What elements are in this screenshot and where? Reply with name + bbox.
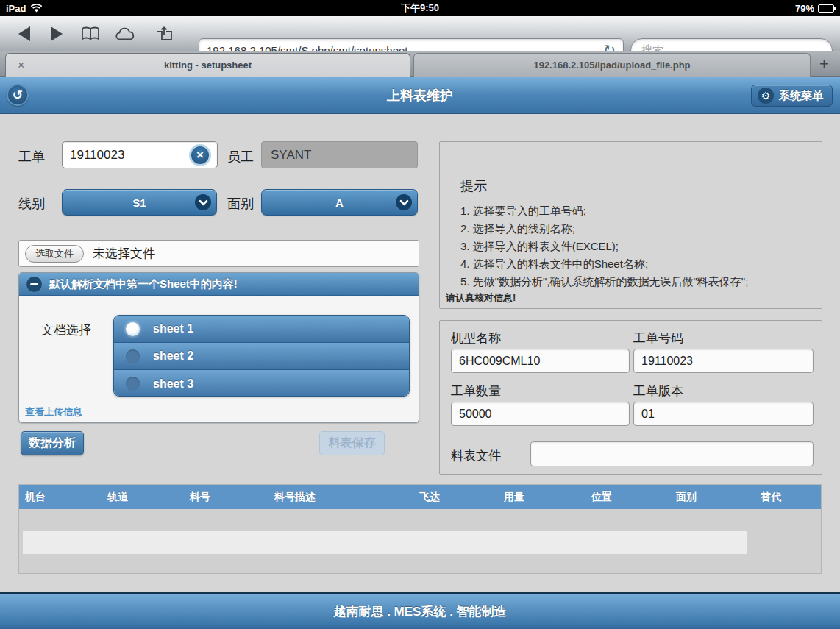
sheet-file-input[interactable] (530, 441, 814, 466)
col-machine: 机台 (25, 485, 46, 509)
hints-panel: 提示 1. 选择要导入的工单号码; 2. 选择导入的线别名称; 3. 选择导入的… (439, 141, 822, 309)
work-order-label: 工单 (18, 148, 45, 166)
file-status-text: 未选择文件 (93, 245, 155, 262)
sheet-option-3[interactable]: sheet 3 (114, 370, 409, 397)
line-label: 线别 (18, 195, 45, 213)
side-select[interactable]: A (261, 189, 418, 216)
gear-icon: ⚙ (758, 88, 774, 104)
order-qty-input[interactable]: 50000 (451, 402, 630, 426)
radio-selected-icon (126, 322, 140, 336)
file-input[interactable]: 选取文件 未选择文件 (18, 240, 419, 267)
hint-item: 4. 选择导入的料表文件中的Sheet名称; (460, 255, 748, 273)
sheet-panel-header[interactable]: 默认解析文档中第一个Sheet中的内容! (19, 273, 419, 296)
doc-select-label: 文档选择 (41, 321, 91, 338)
table-row (23, 531, 747, 554)
choose-file-button[interactable]: 选取文件 (25, 245, 84, 263)
icloud-tabs-icon[interactable] (112, 16, 138, 51)
work-order-value: 19110023 (70, 148, 124, 163)
chevron-down-icon (195, 194, 211, 210)
hints-list: 1. 选择要导入的工单号码; 2. 选择导入的线别名称; 3. 选择导入的料表文… (460, 202, 748, 291)
bookmarks-icon[interactable] (78, 16, 103, 51)
collapse-icon[interactable] (26, 277, 42, 292)
line-select[interactable]: S1 (62, 189, 217, 216)
footer-text: 越南耐思 . MES系统 . 智能制造 (333, 603, 506, 620)
new-tab-button[interactable]: + (811, 51, 837, 77)
tab-title: kitting - setupsheet (164, 60, 252, 71)
hints-note: 请认真核对信息! (446, 291, 516, 305)
sheet-list: sheet 1 sheet 2 sheet 3 (113, 315, 410, 397)
model-name-value: 6HC009CML10 (459, 355, 540, 368)
sheet-file-label: 料表文件 (451, 447, 501, 464)
tab-kitting-setupsheet[interactable]: × kitting - setupsheet (5, 53, 410, 77)
sheet-option-label: sheet 2 (153, 349, 193, 363)
order-version-value: 01 (641, 408, 655, 421)
model-name-input[interactable]: 6HC009CML10 (451, 349, 630, 373)
save-sheet-button[interactable]: 料表保存 (319, 431, 385, 455)
side-select-value: A (335, 196, 344, 209)
tab-title: 192.168.2.105/ipad/upload_file.php (533, 60, 690, 71)
app-header: ↺ 上料表维护 ⚙ 系统菜单 (0, 77, 840, 114)
close-tab-icon[interactable]: × (18, 59, 24, 72)
col-position: 位置 (591, 485, 612, 509)
col-side: 面别 (676, 485, 697, 509)
sheet-option-label: sheet 3 (153, 377, 193, 391)
share-icon[interactable] (152, 16, 177, 51)
system-menu-button[interactable]: ⚙ 系统菜单 (751, 85, 833, 107)
back-nav-icon[interactable] (13, 16, 35, 51)
hints-title: 提示 (460, 177, 487, 195)
order-qty-value: 50000 (459, 408, 492, 421)
material-table: 机台 轨道 料号 料号描述 飞达 用量 位置 面别 替代 (18, 484, 822, 574)
col-part-desc: 料号描述 (274, 485, 316, 509)
chevron-down-icon (396, 194, 412, 210)
tab-bar: × kitting - setupsheet 192.168.2.105/ipa… (0, 51, 840, 77)
radio-unselected-icon (126, 377, 140, 391)
page-title: 上料表维护 (0, 77, 840, 113)
hint-item: 2. 选择导入的线别名称; (460, 220, 748, 238)
hint-item: 3. 选择导入的料表文件(EXCEL); (460, 238, 748, 255)
radio-unselected-icon (126, 349, 140, 363)
hint-item: 5. 先做"数据分析",确认系统解析的数据无误后做"料表保存"; (460, 273, 748, 291)
sheet-panel-title: 默认解析文档中第一个Sheet中的内容! (49, 277, 238, 291)
sheet-option-label: sheet 1 (153, 322, 193, 335)
clock: 下午9:50 (0, 1, 840, 15)
employee-label: 员工 (227, 148, 254, 166)
browser-toolbar: 192.168.2.105/smt/S.php/smt/setupsheet ↻… (0, 16, 840, 51)
model-name-label: 机型名称 (451, 330, 501, 347)
employee-value: SYANT (271, 148, 311, 163)
order-number-value: 19110023 (641, 355, 693, 368)
col-usage: 用量 (504, 485, 524, 509)
details-panel: 机型名称 工单号码 6HC009CML10 19110023 工单数量 工单版本… (439, 320, 822, 475)
clear-input-icon[interactable]: × (189, 144, 211, 166)
battery-icon (818, 4, 834, 13)
side-label: 面别 (227, 195, 254, 213)
col-feeder: 飞达 (419, 485, 440, 509)
ipad-screen: iPad 下午9:50 79% (0, 0, 840, 629)
order-version-input[interactable]: 01 (633, 402, 814, 426)
sheet-option-2[interactable]: sheet 2 (114, 343, 409, 370)
analyze-data-button[interactable]: 数据分析 (21, 431, 84, 455)
col-substitute: 替代 (761, 485, 781, 509)
order-qty-label: 工单数量 (451, 383, 501, 399)
system-menu-label: 系统菜单 (779, 89, 823, 103)
line-select-value: S1 (132, 196, 146, 209)
hint-item: 1. 选择要导入的工单号码; (460, 202, 748, 220)
order-number-label: 工单号码 (633, 330, 683, 347)
tab-upload-file[interactable]: 192.168.2.105/ipad/upload_file.php (413, 53, 811, 77)
table-header-row: 机台 轨道 料号 料号描述 飞达 用量 位置 面别 替代 (19, 485, 821, 509)
col-part-no: 料号 (190, 485, 210, 509)
sheet-option-1[interactable]: sheet 1 (114, 316, 409, 343)
order-number-input[interactable]: 19110023 (633, 349, 814, 373)
status-bar: iPad 下午9:50 79% (0, 0, 840, 16)
col-track: 轨道 (107, 485, 128, 509)
app-footer: 越南耐思 . MES系统 . 智能制造 (0, 592, 840, 629)
view-upload-info-link[interactable]: 查看上传信息 (25, 405, 82, 419)
employee-field: SYANT (261, 141, 418, 168)
order-version-label: 工单版本 (633, 383, 683, 399)
battery-percent: 79% (795, 3, 814, 14)
sheet-panel: 默认解析文档中第一个Sheet中的内容! 文档选择 sheet 1 sheet … (18, 272, 419, 423)
forward-nav-icon[interactable] (46, 16, 68, 51)
